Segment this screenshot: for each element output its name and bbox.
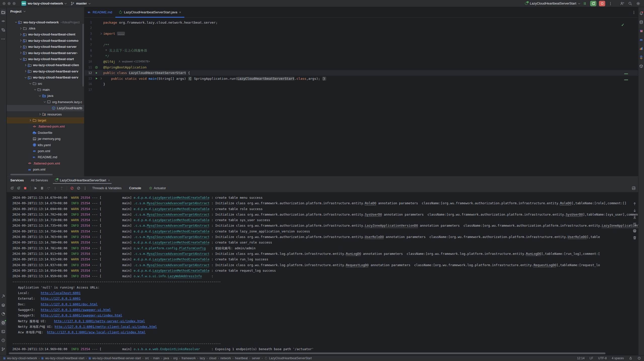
console-link[interactable]: http://127.0.0.1:6001/netty-client-local… (55, 325, 157, 329)
step-over-icon[interactable] (45, 185, 52, 191)
soft-wrap-icon[interactable] (633, 222, 637, 226)
chevron-down-icon[interactable] (28, 83, 32, 84)
console-logger-link[interactable]: LazyOperationMethodCreateTable (153, 240, 210, 244)
more-actions-icon[interactable]: ⋮ (608, 1, 613, 6)
no-breakpoints-icon[interactable] (75, 185, 82, 191)
branch-widget[interactable]: master (68, 1, 92, 6)
fold-chevron-icon[interactable] (99, 33, 103, 34)
run-tri-icon[interactable] (94, 71, 99, 75)
console-logger-link[interactable]: PlatformConfig (179, 246, 206, 250)
mybatisx-icon[interactable]: M (638, 28, 644, 34)
file-encoding[interactable]: UTF-8 (598, 356, 607, 360)
tree-item--idea[interactable]: .idea (7, 25, 84, 31)
notifications-icon[interactable] (637, 356, 641, 360)
tree-item-main[interactable]: main (7, 87, 84, 93)
stop-icon[interactable] (22, 185, 28, 191)
console-logger-link[interactable]: LazyOperationMethodCreateTable (153, 229, 210, 233)
profiler-pie-icon[interactable] (1, 311, 6, 317)
services-hex-icon[interactable] (1, 320, 6, 326)
console-logger-link[interactable]: MysqlSourceAdvancedTargetAbstract (147, 224, 209, 227)
chevron-right-icon[interactable] (23, 64, 27, 66)
console-logger-link[interactable]: MysqlSourceAdvancedTargetAbstract (147, 263, 209, 267)
breadcrumb-item[interactable]: wu-lazy-cloud-heartbeat-start (41, 356, 84, 360)
chevron-down-icon[interactable] (37, 95, 42, 97)
console-tab-console[interactable]: Console (125, 186, 145, 190)
console-logger-link[interactable]: LazyOperationMethodCreateTable (153, 218, 210, 222)
project-widget[interactable]: WN wu-lazy-cloud-network (19, 1, 68, 6)
console-logger-link[interactable]: LazyWebAddressInfo (168, 274, 202, 278)
commit-icon[interactable] (1, 18, 6, 24)
kebab-icon[interactable]: ⋮ (82, 185, 88, 191)
console-link[interactable]: http://127.0.0.1:6001 (41, 297, 81, 300)
dependencies-cube-icon[interactable] (638, 63, 644, 69)
breadcrumb-item[interactable]: wu-lazy-cloud-heartbeat-server-start (88, 356, 141, 360)
tree-item-lazycloudheartb[interactable]: LazyCloudHeartb (7, 105, 84, 111)
chevron-down-icon[interactable] (42, 101, 46, 103)
layout-settings-icon[interactable] (632, 186, 638, 190)
scroll-end-icon[interactable] (633, 215, 637, 219)
notifications-bell-icon[interactable] (638, 11, 644, 16)
window-controls[interactable] (3, 2, 16, 5)
breadcrumb-item[interactable]: framework (182, 356, 196, 360)
breadcrumb-item[interactable]: heartbeat (235, 356, 248, 360)
rerun-icon[interactable] (9, 185, 15, 191)
console-logger-link[interactable]: LazyOperationMethodCreateTable (153, 207, 210, 211)
breadcrumb-item[interactable]: cloud (209, 356, 216, 360)
console-link[interactable]: http://127.0.0.1:6001/acw-local-client-u… (47, 330, 146, 334)
rerun-button[interactable] (590, 1, 596, 6)
console-logger-link[interactable]: MysqlSourceAdvancedTargetAbstract (147, 252, 209, 256)
close-icon[interactable]: × (179, 11, 181, 14)
console-logger-link[interactable]: LazyOperationMethodCreateTable (153, 196, 210, 199)
breadcrumb-item[interactable]: wu-lazy-cloud-network (3, 356, 37, 360)
gear-icon[interactable] (635, 1, 641, 6)
structure-icon[interactable] (1, 27, 6, 33)
tree-item-readme-md[interactable]: M↓README.md (7, 154, 84, 160)
breadcrumb-item[interactable]: src (145, 356, 149, 360)
tree-item-pom-xml[interactable]: mpom.xml (7, 166, 84, 172)
chevron-right-icon[interactable] (18, 34, 22, 35)
mute-breakpoints-icon[interactable] (69, 185, 75, 191)
console-logger-link[interactable]: MysqlSourceAdvancedTargetAbstract (147, 201, 209, 205)
breadcrumb-item[interactable]: lazy (200, 356, 205, 360)
breadcrumb-item[interactable]: main (153, 356, 160, 360)
console-logger-link[interactable]: MysqlSourceAdvancedTargetAbstract (147, 213, 209, 216)
tree-item-k8s-yaml[interactable]: k8s.yaml (7, 142, 84, 148)
tree-item-target[interactable]: target (7, 117, 84, 123)
console-logger-link[interactable]: MysqlSourceAdvancedTargetAbstract (147, 235, 209, 239)
breadcrumb-item[interactable]: org (173, 356, 178, 360)
run-configuration-selector[interactable]: LazyCloudHeartbeatServerStart (525, 2, 580, 5)
service-run-tab[interactable]: LazyCloudHeartbeatServerStart × (51, 177, 113, 184)
tree-item-wu-lazy-cloud-heartbeat-clien[interactable]: wu-lazy-cloud-heartbeat-clien (7, 62, 84, 68)
chevron-right-icon[interactable] (18, 28, 22, 29)
tree-item-wu-lazy-cloud-network[interactable]: wu-lazy-cloud-network~/IdeaProject (7, 19, 84, 25)
tree-item-wu-lazy-cloud-heartbeat-server[interactable]: wu-lazy-cloud-heartbeat-server (7, 44, 84, 50)
indent-setting[interactable]: 4 spaces (612, 356, 624, 360)
console-link[interactable]: http://127.0.0.1:6001/doc.html (41, 302, 98, 306)
tree-item-wu-lazy-cloud-heartbeat-server-[interactable]: wu-lazy-cloud-heartbeat-server- (7, 50, 84, 56)
add-user-icon[interactable] (619, 1, 625, 6)
all-services-link[interactable]: All Services (27, 178, 52, 182)
tree-item-resources[interactable]: resources (7, 111, 84, 117)
tree-item-org-framework-lazy-c[interactable]: org.framework.lazy.c (7, 99, 84, 105)
chevron-down-icon[interactable] (32, 89, 37, 90)
tree-item-wu-lazy-cloud-heartbeat-commo[interactable]: wu-lazy-cloud-heartbeat-commo (7, 37, 84, 44)
chevron-right-icon[interactable] (37, 113, 42, 115)
tree-item-java[interactable]: java (7, 93, 84, 99)
chevron-right-icon[interactable] (18, 46, 22, 48)
step-into-icon[interactable] (52, 185, 58, 191)
breadcrumb-item[interactable]: LazyCloudHeartbeatServerStart (264, 356, 312, 360)
pause-button[interactable] (582, 1, 588, 6)
tree-item-jar-memory-png[interactable]: jar-memory.png (7, 136, 84, 142)
close-window-button[interactable] (3, 2, 6, 5)
trash-icon[interactable] (633, 236, 637, 240)
print-icon[interactable] (633, 229, 637, 233)
console-tab-threads-variables[interactable]: Threads & Variables (88, 186, 125, 190)
breadcrumb-item[interactable]: java (164, 356, 169, 360)
tree-horizontal-scrollbar[interactable] (10, 174, 53, 175)
tab-lazycloudheartbeatserverstart-java[interactable]: LazyCloudHeartbeatServerStart.java× (115, 7, 184, 17)
chevron-down-icon[interactable] (13, 21, 18, 23)
project-view-selector[interactable]: Project (7, 7, 84, 16)
tree-item-wu-lazy-cloud-heartbeat-start[interactable]: wu-lazy-cloud-heartbeat-start (7, 56, 84, 62)
spring-bean-icon[interactable] (94, 66, 99, 69)
chevron-down-icon[interactable] (18, 58, 22, 60)
